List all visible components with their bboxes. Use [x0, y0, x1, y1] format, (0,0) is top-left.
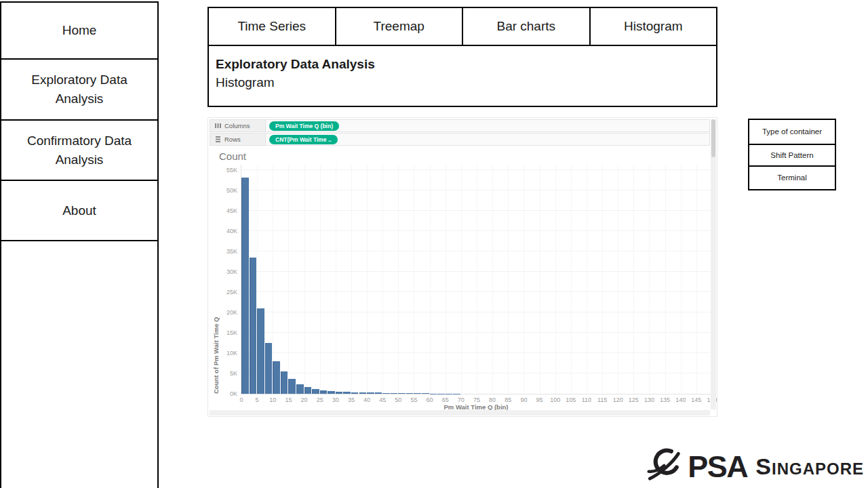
- gridline-vertical: [602, 165, 603, 394]
- y-axis-tick-label: 55K: [214, 167, 237, 174]
- histogram-bar[interactable]: [406, 393, 414, 394]
- sidebar-item-exploratory-data-analysis[interactable]: Exploratory Data Analysis: [0, 58, 159, 121]
- x-axis-tick-label: 100: [550, 396, 560, 403]
- histogram-bar[interactable]: [304, 387, 312, 394]
- histogram-bar[interactable]: [265, 343, 273, 394]
- gridline-vertical: [696, 165, 697, 394]
- gridline-vertical: [492, 165, 493, 394]
- tableau-shelves: Columns Pm Wait Time Q (bin) Rows CNT(Pm…: [210, 119, 710, 146]
- histogram-bar[interactable]: [367, 392, 374, 394]
- histogram-bar[interactable]: [336, 392, 343, 394]
- gridline-vertical: [508, 165, 509, 394]
- histogram-bar[interactable]: [430, 394, 437, 394]
- histogram-bar[interactable]: [375, 392, 382, 394]
- histogram-bar[interactable]: [422, 393, 429, 394]
- y-axis-tick-label: 20K: [214, 309, 237, 316]
- singapore-initial: S: [755, 453, 772, 479]
- horizontal-scrollbar[interactable]: [210, 410, 710, 415]
- x-axis-tick-label: 65: [442, 396, 449, 403]
- x-axis-tick-label: 10: [269, 396, 276, 403]
- rows-pill[interactable]: CNT(Pm Wait Time ..: [269, 135, 338, 144]
- histogram-bar[interactable]: [382, 393, 390, 394]
- columns-shelf-label: Columns: [210, 120, 266, 131]
- rows-shelf-text: Rows: [224, 136, 241, 143]
- histogram-bar[interactable]: [312, 389, 319, 394]
- plot-area[interactable]: 0K5K10K15K20K25K30K35K40K45K50K55K051015…: [241, 165, 712, 394]
- y-axis-tick-label: 40K: [214, 228, 237, 235]
- y-axis-tick-label: 10K: [214, 350, 237, 357]
- filter-terminal[interactable]: Terminal: [748, 165, 836, 190]
- sidebar-item-label: About: [62, 201, 96, 220]
- gridline-vertical: [414, 165, 414, 394]
- y-axis-tick-label: 50K: [214, 187, 237, 194]
- x-axis-tick-label: 55: [410, 396, 417, 403]
- x-axis-tick-label: 35: [348, 396, 355, 403]
- histogram-bar[interactable]: [391, 393, 398, 394]
- gridline-vertical: [540, 165, 540, 394]
- histogram-bar[interactable]: [273, 361, 280, 394]
- histogram-bar[interactable]: [359, 392, 367, 394]
- tab-bar-charts[interactable]: Bar charts: [462, 7, 591, 46]
- gridline-vertical: [555, 165, 556, 394]
- gridline-vertical: [304, 165, 305, 394]
- x-axis-tick-label: 75: [473, 396, 480, 403]
- histogram-bar[interactable]: [446, 394, 453, 394]
- x-axis-tick-label: 90: [520, 396, 527, 403]
- histogram-bar[interactable]: [288, 379, 296, 394]
- x-axis-tick-label: 20: [301, 396, 308, 403]
- tab-treemap[interactable]: Treemap: [335, 7, 464, 46]
- chart-title: Count: [219, 150, 246, 162]
- page-title-box: Exploratory Data Analysis Histogram: [208, 45, 717, 107]
- filter-shift-pattern[interactable]: Shift Pattern: [748, 144, 836, 167]
- histogram-bar[interactable]: [351, 392, 359, 394]
- vertical-scrollbar-thumb[interactable]: [711, 119, 715, 157]
- histogram-bar[interactable]: [281, 371, 288, 394]
- tab-time-series[interactable]: Time Series: [208, 7, 336, 46]
- tab-histogram[interactable]: Histogram: [589, 7, 718, 46]
- x-axis-tick-label: 5: [256, 396, 259, 403]
- gridline-vertical: [524, 165, 524, 394]
- histogram-bar[interactable]: [437, 394, 445, 394]
- x-axis-tick-label: 15: [285, 396, 292, 403]
- columns-pill[interactable]: Pm Wait Time Q (bin): [269, 121, 339, 131]
- content-header: Time Series Treemap Bar charts Histogram…: [208, 7, 717, 107]
- gridline-vertical: [587, 165, 587, 394]
- histogram-bar[interactable]: [296, 384, 304, 394]
- histogram-bar[interactable]: [320, 390, 328, 394]
- x-axis-tick-label: 40: [363, 396, 370, 403]
- x-axis-tick-label: 125: [629, 396, 639, 403]
- psa-globe-icon: [647, 446, 685, 487]
- filter-type-of-container[interactable]: Type of container: [748, 119, 836, 145]
- sidebar-item-confirmatory-data-analysis[interactable]: Confirmatory Data Analysis: [0, 119, 159, 181]
- tableau-viz: Columns Pm Wait Time Q (bin) Rows CNT(Pm…: [208, 117, 717, 417]
- histogram-bar[interactable]: [328, 391, 335, 394]
- x-axis-tick-label: 140: [675, 396, 686, 403]
- x-axis-tick-label: 130: [644, 396, 654, 403]
- x-axis-tick-label: 70: [458, 396, 465, 403]
- x-axis-tick-label: 60: [427, 396, 433, 403]
- rows-shelf-label: Rows: [210, 134, 266, 145]
- histogram-bar[interactable]: [398, 393, 406, 394]
- y-axis-title: Count of Pm Wait Time Q: [212, 165, 220, 394]
- sidebar-empty-box: [0, 240, 159, 488]
- histogram-bar[interactable]: [453, 394, 460, 394]
- sidebar-item-home[interactable]: Home: [0, 1, 159, 60]
- x-axis-tick-label: 145: [691, 396, 701, 403]
- gridline-vertical: [477, 165, 477, 394]
- sidebar-item-about[interactable]: About: [0, 180, 159, 241]
- page-title: Exploratory Data Analysis: [216, 57, 708, 72]
- y-axis-tick-label: 5K: [214, 370, 237, 377]
- vertical-scrollbar[interactable]: [711, 119, 716, 409]
- gridline-vertical: [681, 165, 682, 394]
- histogram-bar[interactable]: [257, 308, 264, 394]
- gridline-vertical: [398, 165, 399, 394]
- x-axis-tick-label: 0: [239, 396, 243, 403]
- x-axis-tick-label: 80: [489, 396, 496, 403]
- histogram-bar[interactable]: [241, 178, 249, 394]
- gridline-vertical: [336, 165, 336, 394]
- gridline-vertical: [288, 165, 289, 394]
- histogram-bar[interactable]: [343, 392, 351, 394]
- histogram-bar[interactable]: [250, 258, 257, 394]
- gridline-vertical: [571, 165, 572, 394]
- histogram-bar[interactable]: [414, 393, 421, 394]
